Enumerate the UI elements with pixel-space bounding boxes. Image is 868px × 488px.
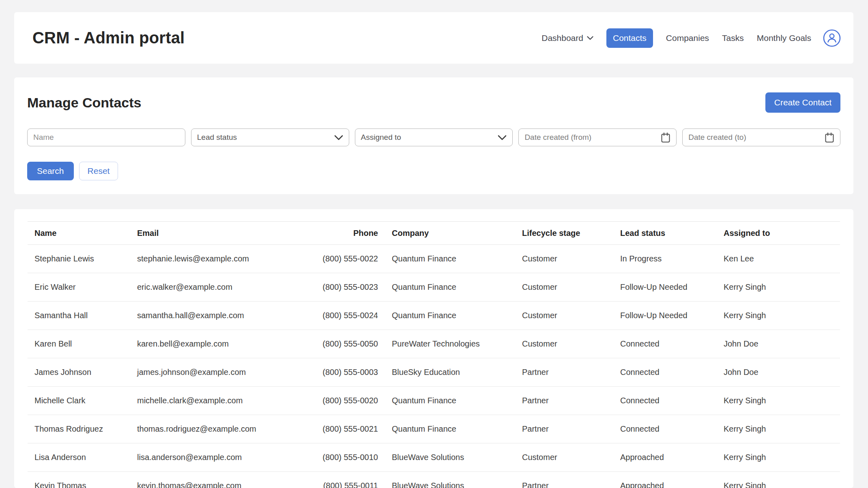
cell-phone: (800) 555-0021: [260, 415, 385, 443]
column-header-name: Name: [28, 222, 130, 245]
cell-lifecycle-stage: Customer: [515, 273, 613, 302]
cell-name: Eric Walker: [28, 273, 130, 302]
cell-company: BlueWave Solutions: [385, 472, 515, 488]
nav-item-companies[interactable]: Companies: [666, 33, 709, 43]
cell-lifecycle-stage: Customer: [515, 443, 613, 472]
filter-actions: Search Reset: [27, 162, 840, 180]
select-placeholder: Assigned to: [361, 133, 401, 142]
nav-item-label: Monthly Goals: [757, 33, 811, 43]
cell-company: Quantum Finance: [385, 302, 515, 330]
cell-name: Karen Bell: [28, 330, 130, 358]
cell-lead-status: Connected: [613, 415, 717, 443]
nav-item-monthly-goals[interactable]: Monthly Goals: [757, 33, 811, 43]
cell-lifecycle-stage: Customer: [515, 245, 613, 273]
create-contact-button[interactable]: Create Contact: [765, 92, 840, 113]
calendar-icon: [825, 132, 834, 143]
cell-lifecycle-stage: Customer: [515, 330, 613, 358]
cell-email: thomas.rodriguez@example.com: [130, 415, 260, 443]
cell-phone: (800) 555-0010: [260, 443, 385, 472]
cell-assigned-to: Kerry Singh: [717, 302, 840, 330]
date-created-to-input[interactable]: Date created (to): [682, 128, 840, 146]
table-row[interactable]: James Johnson james.johnson@example.com …: [28, 358, 840, 387]
cell-lifecycle-stage: Partner: [515, 358, 613, 387]
column-header-company: Company: [385, 222, 515, 245]
table-row[interactable]: Michelle Clark michelle.clark@example.co…: [28, 387, 840, 415]
cell-lead-status: Connected: [613, 387, 717, 415]
table-row[interactable]: Karen Bell karen.bell@example.com (800) …: [28, 330, 840, 358]
cell-lead-status: Approached: [613, 443, 717, 472]
table-header-row: Name Email Phone Company Lifecycle stage…: [28, 222, 840, 245]
cell-email: eric.walker@example.com: [130, 273, 260, 302]
table-row[interactable]: Lisa Anderson lisa.anderson@example.com …: [28, 443, 840, 472]
app-header: CRM - Admin portal Dashboard Contacts Co…: [14, 12, 853, 64]
nav-item-dashboard[interactable]: Dashboard: [541, 33, 593, 43]
column-header-phone: Phone: [260, 222, 385, 245]
cell-name: Samantha Hall: [28, 302, 130, 330]
lead-status-select[interactable]: Lead status: [191, 128, 349, 146]
cell-lifecycle-stage: Customer: [515, 302, 613, 330]
cell-email: michelle.clark@example.com: [130, 387, 260, 415]
cell-lead-status: Follow-Up Needed: [613, 302, 717, 330]
cell-name: Stephanie Lewis: [28, 245, 130, 273]
user-icon: [823, 29, 841, 47]
assigned-to-select[interactable]: Assigned to: [355, 128, 513, 146]
nav-item-label: Companies: [666, 33, 709, 43]
page: CRM - Admin portal Dashboard Contacts Co…: [0, 0, 868, 488]
app-title: CRM - Admin portal: [32, 29, 185, 47]
search-button[interactable]: Search: [27, 162, 74, 180]
date-placeholder: Date created (to): [688, 133, 746, 142]
cell-phone: (800) 555-0011: [260, 472, 385, 488]
table-row[interactable]: Samantha Hall samantha.hall@example.com …: [28, 302, 840, 330]
table-row[interactable]: Stephanie Lewis stephanie.lewis@example.…: [28, 245, 840, 273]
date-placeholder: Date created (from): [524, 133, 591, 142]
page-title: Manage Contacts: [27, 95, 142, 111]
cell-phone: (800) 555-0023: [260, 273, 385, 302]
cell-lead-status: Connected: [613, 358, 717, 387]
cell-phone: (800) 555-0022: [260, 245, 385, 273]
cell-assigned-to: Kerry Singh: [717, 415, 840, 443]
cell-email: karen.bell@example.com: [130, 330, 260, 358]
date-created-from-input[interactable]: Date created (from): [518, 128, 677, 146]
select-placeholder: Lead status: [197, 133, 237, 142]
cell-assigned-to: Kerry Singh: [717, 443, 840, 472]
cell-company: BlueWave Solutions: [385, 443, 515, 472]
cell-name: Lisa Anderson: [28, 443, 130, 472]
cell-phone: (800) 555-0020: [260, 387, 385, 415]
user-avatar-button[interactable]: [823, 29, 841, 47]
cell-assigned-to: John Doe: [717, 330, 840, 358]
cell-lead-status: Follow-Up Needed: [613, 273, 717, 302]
main-nav: Dashboard Contacts Companies Tasks Month…: [541, 28, 841, 48]
table-row[interactable]: Eric Walker eric.walker@example.com (800…: [28, 273, 840, 302]
cell-name: Thomas Rodriguez: [28, 415, 130, 443]
chevron-down-icon: [587, 36, 593, 40]
filter-row: Lead status Assigned to Date created (fr…: [27, 128, 840, 146]
column-header-lifecycle-stage: Lifecycle stage: [515, 222, 613, 245]
table-row[interactable]: Kevin Thomas kevin.thomas@example.com (8…: [28, 472, 840, 488]
reset-button[interactable]: Reset: [79, 162, 118, 180]
cell-name: James Johnson: [28, 358, 130, 387]
cell-company: Quantum Finance: [385, 273, 515, 302]
nav-item-contacts[interactable]: Contacts: [606, 28, 653, 48]
table-row[interactable]: Thomas Rodriguez thomas.rodriguez@exampl…: [28, 415, 840, 443]
cell-phone: (800) 555-0024: [260, 302, 385, 330]
cell-assigned-to: Kerry Singh: [717, 472, 840, 488]
chevron-down-icon: [334, 135, 343, 140]
cell-lead-status: In Progress: [613, 245, 717, 273]
column-header-email: Email: [130, 222, 260, 245]
cell-lifecycle-stage: Partner: [515, 472, 613, 488]
cell-email: stephanie.lewis@example.com: [130, 245, 260, 273]
cell-email: lisa.anderson@example.com: [130, 443, 260, 472]
chevron-down-icon: [498, 135, 507, 140]
cell-lifecycle-stage: Partner: [515, 415, 613, 443]
name-input[interactable]: [27, 128, 185, 146]
cell-company: Quantum Finance: [385, 415, 515, 443]
cell-name: Kevin Thomas: [28, 472, 130, 488]
cell-name: Michelle Clark: [28, 387, 130, 415]
cell-company: Quantum Finance: [385, 245, 515, 273]
manage-contacts-panel: Manage Contacts Create Contact Lead stat…: [14, 77, 853, 194]
cell-assigned-to: Kerry Singh: [717, 273, 840, 302]
cell-email: kevin.thomas@example.com: [130, 472, 260, 488]
contacts-table-card: Name Email Phone Company Lifecycle stage…: [14, 209, 853, 488]
nav-item-label: Contacts: [613, 33, 647, 43]
nav-item-tasks[interactable]: Tasks: [722, 33, 744, 43]
